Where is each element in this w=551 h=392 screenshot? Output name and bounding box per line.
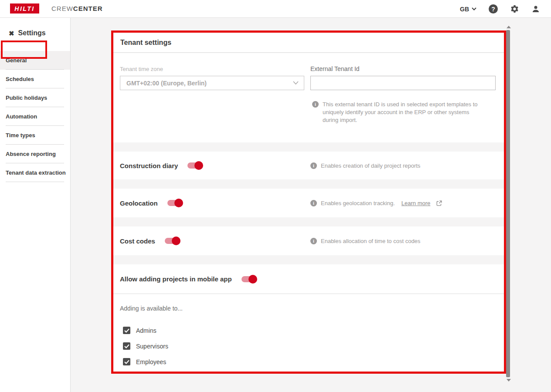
toggle-knob — [172, 237, 180, 245]
geolocation-toggle[interactable] — [167, 199, 183, 207]
external-link-icon — [436, 200, 442, 206]
scroll-up-arrow-icon — [507, 26, 511, 28]
account-icon[interactable] — [531, 5, 540, 14]
supervisors-checkbox[interactable] — [123, 342, 130, 350]
check-icon — [124, 360, 129, 364]
sidebar-item-automation[interactable]: Automation — [0, 107, 70, 126]
top-header-bar: HILTI CREWCENTER GB ? — [0, 0, 551, 18]
adding-availability-section: Adding is available to... Admins Supervi… — [113, 294, 504, 372]
info-icon: i — [312, 101, 319, 108]
external-tenant-id-input[interactable] — [310, 76, 496, 90]
header-actions: GB ? — [460, 0, 540, 18]
settings-gear-icon[interactable] — [510, 4, 519, 14]
sidebar-item-label: Schedules — [6, 76, 34, 82]
construction-diary-info: i Enables creation of daily project repo… — [310, 162, 420, 169]
toggle-knob — [248, 275, 257, 284]
sidebar-title: ✖ Settings — [0, 18, 70, 41]
toggle-knob — [174, 199, 183, 207]
info-icon: i — [310, 162, 317, 169]
sidebar-item-label: Public holidays — [6, 95, 47, 101]
check-icon — [124, 344, 129, 348]
info-text: Enables allocation of time to cost codes — [321, 238, 420, 244]
geolocation-title: Geolocation — [120, 199, 158, 207]
sidebar-item-label: Absence reporting — [6, 151, 56, 157]
sidebar-item-public-holidays[interactable]: Public holidays — [0, 88, 70, 107]
tenant-settings-form: Tenant time zone GMT+02:00 (Europe, Berl… — [113, 53, 504, 142]
chevron-down-icon — [293, 81, 299, 85]
external-tenant-id-info: i This external tenant ID is used in sel… — [312, 101, 479, 124]
sidebar-item-absence-reporting[interactable]: Absence reporting — [0, 145, 70, 163]
checkbox-row-supervisors: Supervisors — [123, 342, 504, 350]
checkbox-row-admins: Admins — [123, 327, 504, 334]
sidebar-item-tenant-data-extraction[interactable]: Tenant data extraction — [0, 163, 70, 182]
cost-codes-title: Cost codes — [120, 237, 155, 245]
timezone-select[interactable]: GMT+02:00 (Europe, Berlin) — [120, 76, 304, 90]
sidebar-item-schedules[interactable]: Schedules — [0, 70, 70, 88]
language-code: GB — [460, 6, 469, 13]
info-icon: i — [310, 238, 317, 244]
checkbox-label: Admins — [136, 327, 156, 334]
scrollbar-thumb[interactable] — [506, 30, 510, 377]
language-selector[interactable]: GB — [460, 6, 476, 13]
cost-codes-info: i Enables allocation of time to cost cod… — [310, 237, 420, 244]
sidebar-item-time-types[interactable]: Time types — [0, 126, 70, 145]
external-tenant-id-label: External Tenant Id — [310, 65, 360, 72]
checkbox-row-employees: Employees — [123, 358, 504, 365]
help-icon[interactable]: ? — [489, 4, 498, 14]
tenant-settings-panel-header: Tenant settings — [113, 33, 504, 53]
cost-codes-section: Cost codes i Enables allocation of time … — [113, 226, 504, 255]
allow-adding-projects-section: Allow adding projects in mobile app — [113, 264, 504, 294]
sidebar-item-general[interactable]: General — [0, 51, 70, 70]
allow-adding-projects-title: Allow adding projects in mobile app — [120, 275, 232, 283]
sidebar-title-label: Settings — [18, 29, 46, 37]
construction-diary-section: Construction diary i Enables creation of… — [113, 152, 504, 179]
allow-adding-projects-toggle[interactable] — [241, 275, 257, 284]
scroll-up-button[interactable] — [506, 24, 511, 30]
timezone-value: GMT+02:00 (Europe, Berlin) — [126, 80, 293, 87]
app-title: CREWCENTER — [51, 5, 103, 12]
close-icon[interactable]: ✖ — [9, 30, 14, 37]
learn-more-link[interactable]: Learn more — [401, 200, 430, 206]
info-text: This external tenant ID is used in selec… — [323, 101, 479, 124]
construction-diary-title: Construction diary — [120, 162, 178, 169]
checkbox-label: Employees — [136, 358, 166, 365]
chevron-down-icon — [472, 7, 476, 10]
sidebar-item-label: Time types — [6, 132, 35, 139]
geolocation-section: Geolocation i Enables geolocation tracki… — [113, 189, 504, 217]
gear-icon — [510, 4, 519, 14]
sidebar-item-label: General — [6, 57, 27, 64]
admins-checkbox[interactable] — [123, 327, 130, 334]
check-icon — [124, 328, 129, 333]
settings-sidebar: ✖ Settings General Schedules Public holi… — [0, 18, 71, 392]
geolocation-info: i Enables geolocation tracking. Learn mo… — [310, 199, 442, 206]
toggle-knob — [194, 161, 203, 170]
info-text: Enables creation of daily project report… — [321, 162, 420, 169]
hilti-logo-text: HILTI — [14, 5, 34, 12]
cost-codes-toggle[interactable] — [165, 237, 180, 245]
construction-diary-toggle[interactable] — [187, 161, 203, 170]
info-icon: i — [310, 200, 317, 206]
sidebar-item-label: Automation — [6, 113, 37, 120]
info-text: Enables geolocation tracking. — [321, 200, 395, 206]
content-scrollbar — [506, 24, 511, 383]
hilti-logo[interactable]: HILTI — [10, 3, 39, 14]
scroll-down-button[interactable] — [506, 377, 511, 383]
app-title-crew: CREW — [51, 5, 73, 12]
sidebar-item-label: Tenant data extraction — [6, 169, 66, 176]
timezone-label: Tenant time zone — [120, 66, 163, 72]
app-title-center: CENTER — [73, 5, 103, 12]
scroll-down-arrow-icon — [507, 379, 511, 382]
employees-checkbox[interactable] — [123, 358, 130, 365]
checkbox-label: Supervisors — [136, 343, 168, 350]
page-title: Tenant settings — [120, 39, 171, 47]
adding-available-label: Adding is available to... — [120, 305, 504, 312]
person-icon — [531, 5, 540, 14]
